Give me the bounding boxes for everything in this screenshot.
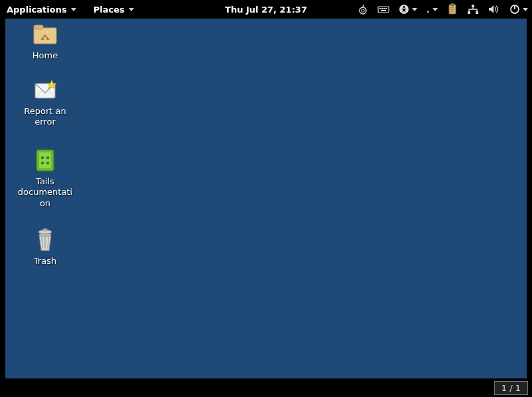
volume-icon[interactable]: [488, 3, 500, 16]
svg-rect-16: [468, 11, 470, 14]
svg-point-29: [46, 162, 50, 165]
desktop-icon-home[interactable]: Home: [13, 20, 77, 61]
chevron-down-icon: [412, 8, 417, 11]
svg-rect-22: [44, 37, 46, 40]
keyboard-icon[interactable]: [377, 3, 389, 16]
desktop[interactable]: Home Report an error Tails documentation…: [5, 19, 527, 378]
language-indicator-label: .: [427, 5, 430, 15]
folder-home-icon: [31, 20, 59, 48]
language-indicator[interactable]: .: [427, 3, 438, 16]
svg-rect-35: [43, 229, 47, 231]
top-panel-right: .: [358, 3, 528, 16]
svg-rect-21: [34, 25, 43, 29]
desktop-icon-label: Report an error: [16, 106, 74, 128]
svg-point-1: [362, 9, 364, 12]
tor-onion-icon[interactable]: [358, 3, 368, 16]
trash-icon: [31, 225, 59, 253]
svg-point-26: [41, 156, 44, 160]
desktop-icon-report-error[interactable]: Report an error: [13, 76, 77, 128]
clipboard-icon[interactable]: [447, 3, 458, 16]
clock-label: Thu Jul 27, 21:37: [225, 5, 307, 15]
svg-point-28: [41, 162, 44, 165]
workspace-switcher[interactable]: 1 / 1: [494, 381, 528, 395]
desktop-icon-trash[interactable]: Trash: [13, 225, 77, 266]
accessibility-icon[interactable]: [399, 3, 417, 16]
svg-rect-11: [451, 4, 454, 6]
places-menu-label: Places: [94, 5, 125, 15]
svg-rect-2: [378, 7, 389, 13]
places-menu[interactable]: Places: [91, 5, 137, 15]
svg-rect-6: [385, 8, 387, 9]
svg-point-27: [46, 156, 50, 160]
svg-rect-4: [381, 8, 383, 9]
chevron-down-icon: [71, 8, 76, 11]
applications-menu-label: Applications: [7, 5, 67, 15]
svg-point-9: [403, 6, 405, 8]
svg-rect-5: [383, 8, 385, 9]
desktop-icon-label: Tails documentation: [16, 176, 74, 209]
svg-rect-7: [381, 10, 386, 11]
chevron-down-icon: [129, 8, 134, 11]
svg-rect-3: [379, 8, 381, 9]
chevron-down-icon: [523, 8, 528, 11]
desktop-icon-tails-docs[interactable]: Tails documentation: [13, 146, 77, 209]
chevron-down-icon: [432, 8, 438, 11]
svg-rect-25: [39, 152, 51, 168]
svg-rect-15: [472, 5, 474, 7]
top-panel-left: Applications Places: [4, 5, 137, 15]
help-book-icon: [31, 146, 59, 174]
mail-star-icon: [31, 76, 59, 103]
svg-rect-17: [476, 11, 478, 14]
power-icon[interactable]: [509, 3, 528, 16]
desktop-icon-label: Trash: [34, 256, 56, 266]
bottom-panel: 1 / 1: [0, 378, 532, 397]
svg-point-0: [360, 7, 366, 14]
workspace-label: 1 / 1: [501, 383, 521, 393]
network-icon[interactable]: [467, 3, 479, 16]
applications-menu[interactable]: Applications: [4, 5, 79, 15]
desktop-icon-label: Home: [33, 50, 58, 61]
top-panel: Applications Places Thu Jul 27, 21:37 .: [0, 0, 532, 19]
clock[interactable]: Thu Jul 27, 21:37: [225, 5, 307, 15]
